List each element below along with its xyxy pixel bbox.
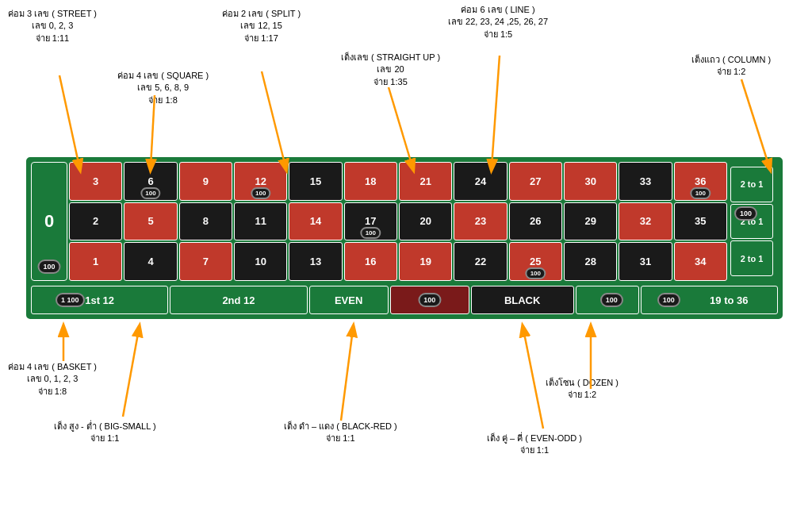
svg-line-10 xyxy=(341,329,353,421)
annotation-dozen: เต็งโซน ( DOZEN ) จ่าย 1:2 xyxy=(546,377,619,402)
number-cell-21[interactable]: 21 xyxy=(399,162,452,201)
chip-col2: 100 xyxy=(734,206,757,221)
street-title: ค่อม 3 เลข ( STREET ) xyxy=(8,8,97,20)
number-cell-1[interactable]: 1 xyxy=(69,242,122,281)
number-cell-5[interactable]: 5 xyxy=(124,202,177,241)
column-detail1: จ่าย 1:2 xyxy=(691,66,771,78)
number-cell-32[interactable]: 32 xyxy=(619,202,672,241)
number-cell-27[interactable]: 27 xyxy=(509,162,562,201)
number-cell-35[interactable]: 35 xyxy=(674,202,727,241)
number-cell-26[interactable]: 26 xyxy=(509,202,562,241)
chip-red-bet: 100 xyxy=(418,293,441,307)
basket-detail2: จ่าย 1:8 xyxy=(8,386,97,398)
black-cell[interactable]: BLACK xyxy=(471,286,574,314)
square-detail1: เลข 5, 6, 8, 9 xyxy=(117,82,209,94)
number-cell-11[interactable]: 11 xyxy=(234,202,287,241)
chip-3rd12: 100 xyxy=(600,293,623,307)
annotation-column: เต็งแถว ( COLUMN ) จ่าย 1:2 xyxy=(691,54,771,79)
svg-line-7 xyxy=(741,79,769,167)
column-section: 2 to 1 2 to 1 100 2 to 1 xyxy=(729,162,778,281)
annotation-blackred: เต็ง ดำ – แดง ( BLACK-RED ) จ่าย 1:1 xyxy=(284,421,397,445)
street-detail2: จ่าย 1:11 xyxy=(8,33,97,44)
number-cell-19[interactable]: 19 xyxy=(399,242,452,281)
number-cell-16[interactable]: 16 xyxy=(344,242,397,281)
annotation-bigsmall: เต็ง สูง - ต่ำ ( BIG-SMALL ) จ่าย 1:1 xyxy=(54,421,156,445)
red-cell[interactable]: 100 xyxy=(390,286,469,314)
number-cell-18[interactable]: 18 xyxy=(344,162,397,201)
chip-num-17: 100 xyxy=(361,227,381,239)
number-cell-7[interactable]: 7 xyxy=(179,242,232,281)
number-cell-24[interactable]: 24 xyxy=(454,162,507,201)
number-cell-30[interactable]: 30 xyxy=(564,162,617,201)
straight-detail2: จ่าย 1:35 xyxy=(341,76,440,88)
split-detail2: จ่าย 1:17 xyxy=(222,33,301,44)
number-cell-22[interactable]: 22 xyxy=(454,242,507,281)
number-cell-14[interactable]: 14 xyxy=(289,202,342,241)
bottom-section: 1st 12 1 100 2nd 12 EVEN 100 BLACK 3 100… xyxy=(26,286,783,319)
number-cell-20[interactable]: 20 xyxy=(399,202,452,241)
evenodd-title: เต็ง คู่ – คี่ ( EVEN-ODD ) xyxy=(487,432,582,444)
number-cell-4[interactable]: 4 xyxy=(124,242,177,281)
number-cell-31[interactable]: 31 xyxy=(619,242,672,281)
street-detail1: เลข 0, 2, 3 xyxy=(8,20,97,32)
number-cell-25[interactable]: 25100 xyxy=(509,242,562,281)
number-cell-29[interactable]: 29 xyxy=(564,202,617,241)
line-detail1: เลข 22, 23, 24 ,25, 26, 27 xyxy=(448,16,548,28)
chip-num-12: 100 xyxy=(251,187,270,199)
annotation-evenodd: เต็ง คู่ – คี่ ( EVEN-ODD ) จ่าย 1:1 xyxy=(487,432,582,457)
chip-zero: 100 xyxy=(37,260,60,274)
column-2[interactable]: 2 to 1 100 xyxy=(730,204,773,240)
svg-line-4 xyxy=(262,71,285,167)
evenodd-detail1: จ่าย 1:1 xyxy=(487,444,582,456)
square-detail2: จ่าย 1:8 xyxy=(117,94,209,106)
dozen-1st-label: 1st 12 xyxy=(85,294,114,306)
straight-detail1: เลข 20 xyxy=(341,63,440,75)
zero-cell[interactable]: 0 100 xyxy=(31,162,67,281)
svg-line-9 xyxy=(123,329,139,417)
dozen-2nd[interactable]: 2nd 12 xyxy=(170,286,307,314)
number-cell-28[interactable]: 28 xyxy=(564,242,617,281)
chip-odd-bet: 100 xyxy=(657,293,680,307)
column-3[interactable]: 2 to 1 xyxy=(730,240,773,276)
number-cell-23[interactable]: 23 xyxy=(454,202,507,241)
chip-num-6: 100 xyxy=(140,187,160,199)
number-cell-13[interactable]: 13 xyxy=(289,242,342,281)
split-detail1: เลข 12, 15 xyxy=(222,20,301,32)
dozen-detail1: จ่าย 1:2 xyxy=(546,389,619,401)
svg-line-12 xyxy=(523,329,543,429)
annotation-split: ค่อม 2 เลข ( SPLIT ) เลข 12, 15 จ่าย 1:1… xyxy=(222,8,301,44)
roulette-table: 0 100 3610091210015182124273033361002581… xyxy=(24,155,785,321)
odd-cell[interactable]: 100 19 to 36 xyxy=(641,286,778,314)
even-cell[interactable]: EVEN xyxy=(309,286,389,314)
annotation-basket: ค่อม 4 เลข ( BASKET ) เลข 0, 1, 2, 3 จ่า… xyxy=(8,361,97,398)
number-cell-17[interactable]: 17100 xyxy=(344,202,397,241)
basket-detail1: เลข 0, 1, 2, 3 xyxy=(8,373,97,385)
line-detail2: จ่าย 1:5 xyxy=(448,29,548,40)
svg-line-2 xyxy=(59,75,79,167)
annotation-line: ค่อม 6 เลข ( LINE ) เลข 22, 23, 24 ,25, … xyxy=(448,4,548,40)
number-cell-8[interactable]: 8 xyxy=(179,202,232,241)
number-cell-34[interactable]: 34 xyxy=(674,242,727,281)
split-title: ค่อม 2 เลข ( SPLIT ) xyxy=(222,8,301,20)
number-cell-33[interactable]: 33 xyxy=(619,162,672,201)
chip-num-36: 100 xyxy=(691,187,710,199)
number-cell-12[interactable]: 12100 xyxy=(234,162,287,201)
straight-title: เต็งเลข ( STRAIGHT UP ) xyxy=(341,52,440,63)
number-cell-10[interactable]: 10 xyxy=(234,242,287,281)
column-1[interactable]: 2 to 1 xyxy=(730,167,773,202)
number-cell-9[interactable]: 9 xyxy=(179,162,232,201)
number-cell-3[interactable]: 3 xyxy=(69,162,122,201)
number-cell-6[interactable]: 6100 xyxy=(124,162,177,201)
number-cell-36[interactable]: 36100 xyxy=(674,162,727,201)
number-cell-2[interactable]: 2 xyxy=(69,202,122,241)
dozen-3rd[interactable]: 3 100 xyxy=(576,286,639,314)
annotation-straight: เต็งเลข ( STRAIGHT UP ) เลข 20 จ่าย 1:35 xyxy=(341,52,440,88)
chip-num-25: 100 xyxy=(526,267,546,279)
svg-line-6 xyxy=(492,56,500,167)
line-title: ค่อม 6 เลข ( LINE ) xyxy=(448,4,548,16)
dozen-1st[interactable]: 1st 12 1 100 xyxy=(31,286,168,314)
annotation-square: ค่อม 4 เลข ( SQUARE ) เลข 5, 6, 8, 9 จ่า… xyxy=(117,70,209,106)
dozen-title: เต็งโซน ( DOZEN ) xyxy=(546,377,619,389)
bigsmall-detail1: จ่าย 1:1 xyxy=(54,432,156,444)
number-cell-15[interactable]: 15 xyxy=(289,162,342,201)
